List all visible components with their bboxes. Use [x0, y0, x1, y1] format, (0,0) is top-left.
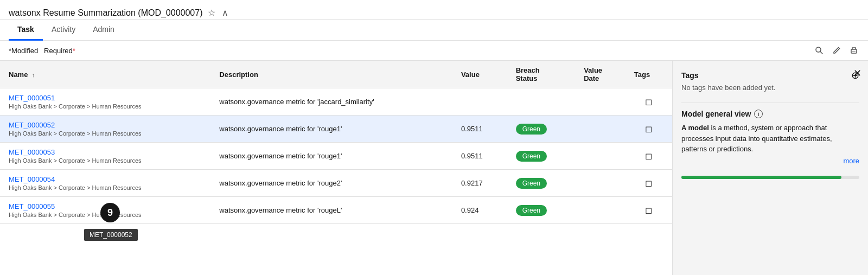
value-date-cell	[575, 143, 626, 170]
value-date-cell	[575, 88, 626, 116]
name-cell: MET_0000053 High Oaks Bank > Corporate >…	[0, 143, 210, 170]
tabs-bar: Task Activity Admin	[0, 20, 868, 41]
breach-status-cell: Green	[507, 116, 575, 143]
breach-status-cell: Green	[507, 170, 575, 197]
svg-rect-3	[852, 52, 856, 52]
metric-sub-text: High Oaks Bank > Corporate > Human Resou…	[9, 157, 202, 164]
right-panel: ✕ Tags ⊕ No tags have been added yet. Mo…	[673, 61, 868, 275]
page-title: watsonx Resume Summarization (MOD_000000…	[9, 8, 202, 18]
close-panel-button[interactable]: ✕	[853, 67, 861, 79]
tab-task[interactable]: Task	[9, 20, 43, 41]
metric-sub-text: High Oaks Bank > Corporate > Human Resou…	[9, 130, 202, 137]
table-container: Name ↑ Description Value BreachStatus Va…	[0, 61, 673, 275]
metric-link[interactable]: MET_0000053	[9, 148, 55, 156]
col-header-value: Value	[452, 61, 507, 88]
tags-section: Tags ⊕ No tags have been added yet.	[681, 69, 859, 92]
toolbar-actions	[814, 45, 859, 56]
main-area: Name ↑ Description Value BreachStatus Va…	[0, 61, 868, 275]
svg-line-1	[820, 52, 822, 54]
search-button[interactable]	[814, 45, 825, 56]
progress-bar	[681, 176, 841, 179]
favorite-icon[interactable]: ☆	[207, 7, 216, 19]
description-cell: watsonx.governance metric for 'jaccard_s…	[210, 88, 452, 116]
progress-bar-container	[681, 176, 859, 179]
no-tags-text: No tags have been added yet.	[681, 84, 859, 92]
model-view-heading: Model general view	[681, 110, 751, 118]
tags-checkbox-cell[interactable]: ◻	[626, 170, 672, 197]
sort-asc-icon: ↑	[32, 72, 35, 78]
value-cell: 0.9511	[452, 116, 507, 143]
checkbox-icon[interactable]: ◻	[645, 124, 652, 133]
table-row: MET_0000054 High Oaks Bank > Corporate >…	[0, 170, 672, 197]
metric-link[interactable]: MET_0000052	[9, 121, 55, 129]
status-badge: Green	[516, 124, 547, 135]
value-date-cell	[575, 197, 626, 224]
model-description: A model is a method, system or approach …	[681, 123, 859, 155]
value-cell: 0.924	[452, 197, 507, 224]
more-link[interactable]: more	[681, 157, 859, 165]
col-header-breach-status: BreachStatus	[507, 61, 575, 88]
value-cell: 0.9511	[452, 143, 507, 170]
value-date-cell	[575, 116, 626, 143]
step-badge-9: 9	[100, 203, 120, 222]
edit-button[interactable]	[831, 45, 842, 56]
status-badge: Green	[516, 178, 547, 189]
metric-link[interactable]: MET_0000051	[9, 94, 55, 102]
table-row: MET_0000051 High Oaks Bank > Corporate >…	[0, 88, 672, 116]
metric-link[interactable]: MET_0000055	[9, 202, 55, 210]
table-row: MET_0000052 High Oaks Bank > Corporate >…	[0, 116, 672, 143]
table-row: MET_0000053 High Oaks Bank > Corporate >…	[0, 143, 672, 170]
tags-checkbox-cell[interactable]: ◻	[626, 88, 672, 116]
model-bold: A model	[681, 124, 709, 132]
checkbox-icon[interactable]: ◻	[645, 206, 652, 215]
status-badge: Green	[516, 205, 547, 216]
tags-checkbox-cell[interactable]: ◻	[626, 197, 672, 224]
top-bar-icons: ☆ ∧	[207, 7, 229, 19]
name-cell: MET_0000052 High Oaks Bank > Corporate >…	[0, 116, 210, 143]
required-star: *	[73, 47, 75, 55]
value-date-cell	[575, 170, 626, 197]
metrics-table: Name ↑ Description Value BreachStatus Va…	[0, 61, 672, 224]
model-general-view-section: Model general view i A model is a method…	[681, 110, 859, 165]
description-cell: watsonx.governance metric for 'rouge1'	[210, 143, 452, 170]
top-bar: watsonx Resume Summarization (MOD_000000…	[0, 0, 868, 20]
col-header-tags: Tags	[626, 61, 672, 88]
metric-sub-text: High Oaks Bank > Corporate > Human Resou…	[9, 103, 202, 110]
col-header-name[interactable]: Name ↑	[0, 61, 210, 88]
print-button[interactable]	[848, 45, 859, 56]
tooltip-met0000052: MET_0000052	[84, 229, 138, 241]
tags-heading: Tags	[681, 71, 699, 80]
toolbar: *Modified Required*	[0, 41, 868, 61]
tags-checkbox-cell[interactable]: ◻	[626, 116, 672, 143]
description-cell: watsonx.governance metric for 'rouge2'	[210, 170, 452, 197]
value-cell: 0.9217	[452, 170, 507, 197]
breach-status-cell	[507, 88, 575, 116]
metric-link[interactable]: MET_0000054	[9, 175, 55, 183]
metric-sub-text: High Oaks Bank > Corporate > Human Resou…	[9, 184, 202, 191]
breach-status-cell: Green	[507, 143, 575, 170]
status-badge: Green	[516, 151, 547, 162]
model-info-icon[interactable]: i	[754, 110, 763, 118]
tab-activity[interactable]: Activity	[43, 20, 84, 41]
col-header-value-date: ValueDate	[575, 61, 626, 88]
tab-admin[interactable]: Admin	[84, 20, 123, 41]
name-cell: MET_0000054 High Oaks Bank > Corporate >…	[0, 170, 210, 197]
toolbar-status: *Modified Required*	[9, 47, 814, 55]
col-header-description: Description	[210, 61, 452, 88]
model-view-title-row: Model general view i	[681, 110, 859, 118]
required-label: Required	[44, 47, 73, 55]
checkbox-icon[interactable]: ◻	[645, 151, 652, 161]
value-cell	[452, 88, 507, 116]
panel-divider	[681, 103, 859, 103]
checkbox-icon[interactable]: ◻	[645, 97, 652, 106]
description-cell: watsonx.governance metric for 'rougeL'	[210, 197, 452, 224]
description-cell: watsonx.governance metric for 'rouge1'	[210, 116, 452, 143]
svg-rect-2	[851, 49, 857, 53]
breach-status-cell: Green	[507, 197, 575, 224]
checkbox-icon[interactable]: ◻	[645, 178, 652, 188]
chevron-up-icon[interactable]: ∧	[221, 7, 229, 19]
name-cell: MET_0000051 High Oaks Bank > Corporate >…	[0, 88, 210, 116]
tags-checkbox-cell[interactable]: ◻	[626, 143, 672, 170]
tags-title-row: Tags ⊕	[681, 69, 859, 81]
modified-label: *Modified	[9, 47, 38, 55]
